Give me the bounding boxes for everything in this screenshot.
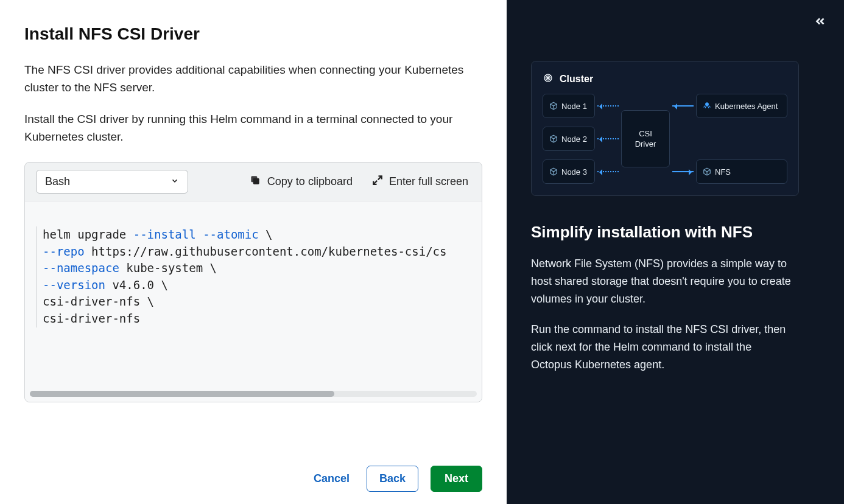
architecture-diagram: Cluster Node 1 CSI Driver Kubernetes Age… — [531, 61, 799, 196]
code-toolbar: Bash Copy to clipboard Enter full screen — [25, 163, 482, 201]
csi-line1: CSI — [639, 129, 652, 138]
instruction-text: Install the CSI driver by running this H… — [24, 110, 475, 146]
node-label: Node 3 — [561, 167, 587, 177]
cluster-header: Cluster — [543, 72, 787, 86]
back-button[interactable]: Back — [367, 466, 418, 492]
node-label: Node 2 — [561, 135, 587, 144]
octopus-icon — [703, 101, 711, 111]
diagram-grid: Node 1 CSI Driver Kubernetes Agent Node … — [543, 93, 787, 184]
cancel-button[interactable]: Cancel — [309, 466, 354, 491]
horizontal-scrollbar[interactable] — [30, 391, 477, 397]
copy-button[interactable]: Copy to clipboard — [247, 170, 355, 193]
code-block: Bash Copy to clipboard Enter full screen… — [24, 162, 482, 402]
side-panel-paragraph: Network File System (NFS) provides a sim… — [531, 255, 793, 307]
svg-rect-1 — [251, 176, 257, 182]
next-button[interactable]: Next — [431, 466, 482, 492]
cube-icon — [549, 135, 558, 143]
collapse-panel-icon[interactable] — [814, 15, 827, 30]
fullscreen-button-label: Enter full screen — [389, 175, 468, 188]
code-body[interactable]: helm upgrade --install --atomic \ --repo… — [25, 201, 482, 402]
footer-actions: Cancel Back Next — [24, 451, 482, 492]
node-tile: Node 1 — [543, 94, 595, 118]
agent-label: Kubernetes Agent — [715, 102, 778, 111]
copy-icon — [249, 174, 261, 189]
language-select[interactable]: Bash — [36, 170, 188, 194]
nfs-label: NFS — [715, 167, 731, 177]
csi-driver-tile: CSI Driver — [621, 110, 670, 167]
node-tile: Node 2 — [543, 127, 595, 151]
cube-icon — [703, 167, 711, 176]
intro-text: The NFS CSI driver provides additional c… — [24, 61, 475, 97]
cube-icon — [549, 167, 558, 176]
chevron-down-icon — [171, 175, 179, 188]
kubernetes-wheel-icon — [543, 72, 554, 86]
side-panel-title: Simplify installation with NFS — [531, 223, 820, 242]
page-title: Install NFS CSI Driver — [24, 24, 482, 44]
cube-icon — [549, 102, 558, 110]
language-select-value: Bash — [45, 175, 70, 188]
fullscreen-button[interactable]: Enter full screen — [370, 171, 471, 192]
scroll-thumb[interactable] — [30, 391, 334, 397]
copy-button-label: Copy to clipboard — [267, 175, 353, 188]
expand-icon — [372, 175, 383, 189]
agent-tile: Kubernetes Agent — [696, 94, 787, 118]
node-tile: Node 3 — [543, 159, 595, 184]
side-panel-paragraph: Run the command to install the NFS CSI d… — [531, 321, 793, 373]
nfs-tile: NFS — [696, 159, 787, 184]
side-panel: Cluster Node 1 CSI Driver Kubernetes Age… — [507, 0, 844, 504]
csi-line2: Driver — [635, 139, 656, 149]
cluster-label: Cluster — [560, 74, 593, 85]
main-pane: Install NFS CSI Driver The NFS CSI drive… — [0, 0, 507, 504]
node-label: Node 1 — [561, 102, 587, 111]
svg-point-12 — [705, 102, 709, 106]
